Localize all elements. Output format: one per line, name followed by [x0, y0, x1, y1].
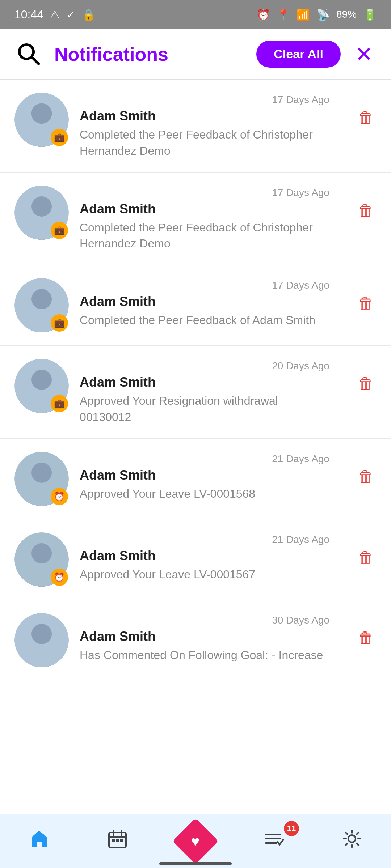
list-item: ⏰ 21 Days Ago Adam Smith Approved Your L… — [0, 439, 391, 519]
list-item: 💼 17 Days Ago Adam Smith Completed the P… — [0, 80, 391, 173]
notification-message: Completed the Peer Feedback of Adam Smit… — [80, 312, 329, 328]
delete-button[interactable]: 🗑 — [355, 291, 377, 315]
search-icon[interactable] — [14, 40, 43, 69]
svg-point-6 — [31, 103, 52, 124]
notification-time: 21 Days Ago — [80, 534, 329, 545]
badge-briefcase-icon: 💼 — [51, 395, 68, 412]
nav-home[interactable] — [7, 820, 72, 863]
notification-message: Approved Your Leave LV-0001567 — [80, 566, 329, 583]
trash-icon: 🗑 — [358, 294, 374, 312]
status-bar: 10:44 ⚠ ✓ 🔒 ⏰ 📍 📶 📡 89% 🔋 — [0, 0, 391, 29]
svg-rect-30 — [24, 647, 59, 667]
notification-sender: Adam Smith — [80, 201, 329, 217]
battery-pct: 89% — [336, 9, 357, 20]
trash-icon: 🗑 — [358, 109, 374, 127]
notification-message: Completed the Peer Feedback of Christoph… — [80, 127, 329, 159]
status-time: 10:44 — [14, 8, 43, 21]
nav-tasks[interactable]: 11 — [241, 820, 306, 863]
lock-icon: 🔒 — [82, 8, 95, 21]
list-item: 30 Days Ago Adam Smith Has Commented On … — [0, 600, 391, 672]
tasks-badge: 11 — [284, 821, 299, 836]
check-icon: ✓ — [66, 8, 75, 21]
avatar: ⏰ — [14, 532, 69, 587]
svg-point-28 — [31, 624, 52, 644]
badge-briefcase-icon: 💼 — [51, 129, 68, 146]
calendar-icon — [108, 829, 127, 853]
clear-all-button[interactable]: Clear All — [256, 41, 341, 68]
home-indicator — [159, 862, 232, 865]
list-item: ⏰ 21 Days Ago Adam Smith Approved Your L… — [0, 519, 391, 600]
avatar: 💼 — [14, 93, 69, 147]
svg-point-20 — [31, 463, 52, 483]
alarm-icon: ⏰ — [257, 8, 270, 21]
badge-briefcase-icon: 💼 — [51, 314, 68, 332]
nav-calendar[interactable] — [85, 820, 150, 863]
delete-button[interactable]: 🗑 — [355, 199, 377, 222]
location-icon: 📍 — [277, 8, 290, 21]
trash-icon: 🗑 — [358, 548, 374, 566]
battery-icon: 🔋 — [363, 8, 377, 21]
badge-briefcase-icon: 💼 — [51, 222, 68, 239]
notification-sender: Adam Smith — [80, 468, 329, 483]
avatar: 💼 — [14, 359, 69, 413]
wifi-icon: 📶 — [297, 8, 310, 21]
delete-button[interactable]: 🗑 — [355, 106, 377, 129]
home-icon — [29, 829, 49, 853]
delete-button[interactable]: 🗑 — [355, 372, 377, 396]
list-item: 💼 17 Days Ago Adam Smith Completed the P… — [0, 173, 391, 265]
header: Notifications Clear All ✕ — [0, 29, 391, 80]
badge-clock-icon: ⏰ — [51, 488, 68, 505]
notification-time: 17 Days Ago — [80, 94, 329, 106]
svg-rect-37 — [120, 839, 123, 842]
notification-time: 30 Days Ago — [80, 614, 329, 626]
svg-point-41 — [348, 835, 356, 842]
notification-message: Has Commented On Following Goal: - Incre… — [80, 647, 329, 663]
trash-icon: 🗑 — [358, 375, 374, 393]
nav-heart-diamond[interactable]: ♥ — [163, 820, 228, 863]
delete-button[interactable]: 🗑 — [355, 465, 377, 489]
close-icon: ✕ — [355, 44, 373, 65]
list-item: 💼 20 Days Ago Adam Smith Approved Your R… — [0, 346, 391, 439]
svg-rect-36 — [116, 839, 119, 842]
notification-time: 17 Days Ago — [80, 187, 329, 199]
notification-message: Completed the Peer Feedback of Christoph… — [80, 220, 329, 252]
heart-diamond-icon: ♥ — [172, 818, 218, 864]
avatar: ⏰ — [14, 452, 69, 506]
notifications-list: 💼 17 Days Ago Adam Smith Completed the P… — [0, 80, 391, 672]
notification-time: 17 Days Ago — [80, 280, 329, 291]
trash-icon: 🗑 — [358, 468, 374, 486]
alert-icon: ⚠ — [50, 8, 60, 21]
notification-sender: Adam Smith — [80, 375, 329, 390]
svg-point-16 — [31, 370, 52, 390]
svg-point-8 — [31, 196, 52, 217]
tasks-icon — [264, 829, 284, 853]
svg-rect-35 — [112, 839, 115, 842]
nav-settings[interactable] — [319, 820, 384, 863]
avatar — [14, 613, 69, 667]
settings-icon — [342, 829, 362, 853]
list-item: 💼 17 Days Ago Adam Smith Completed the P… — [0, 265, 391, 346]
svg-line-1 — [32, 57, 38, 64]
notification-time: 20 Days Ago — [80, 360, 329, 372]
notification-sender: Adam Smith — [80, 294, 329, 309]
notification-sender: Adam Smith — [80, 548, 329, 563]
badge-clock-icon: ⏰ — [51, 569, 68, 586]
trash-icon: 🗑 — [358, 629, 374, 647]
notification-time: 21 Days Ago — [80, 453, 329, 465]
page-title: Notifications — [54, 43, 245, 65]
notification-sender: Adam Smith — [80, 109, 329, 124]
svg-point-24 — [31, 543, 52, 563]
delete-button[interactable]: 🗑 — [355, 626, 377, 650]
close-button[interactable]: ✕ — [352, 40, 377, 68]
delete-button[interactable]: 🗑 — [355, 545, 377, 569]
notification-sender: Adam Smith — [80, 629, 329, 644]
notification-message: Approved Your Resignation withdrawal 001… — [80, 393, 329, 425]
signal-icon: 📡 — [316, 8, 330, 21]
bottom-navigation: ♥ 11 — [0, 814, 391, 868]
svg-point-12 — [31, 289, 52, 309]
avatar: 💼 — [14, 278, 69, 332]
notification-message: Approved Your Leave LV-0001568 — [80, 486, 329, 502]
avatar: 💼 — [14, 186, 69, 240]
trash-icon: 🗑 — [358, 201, 374, 220]
